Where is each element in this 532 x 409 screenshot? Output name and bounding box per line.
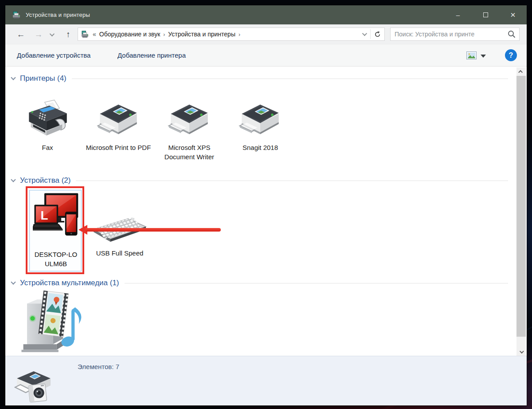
breadcrumb: « Оборудование и звук › Устройства и при… <box>78 28 358 40</box>
recent-locations-button[interactable] <box>47 24 56 44</box>
scroll-up-button[interactable] <box>516 67 526 75</box>
section-rule <box>72 79 508 79</box>
window-title: Устройства и принтеры <box>26 12 90 18</box>
details-pane: Элементов: 7 <box>5 356 527 405</box>
view-dropdown-caret-icon[interactable] <box>481 55 486 58</box>
address-dropdown-button[interactable] <box>358 28 370 40</box>
search-icon[interactable] <box>507 30 516 39</box>
item-label: USB Full Speed <box>86 248 153 258</box>
chevron-down-icon <box>50 31 55 36</box>
forward-icon: → <box>35 30 43 39</box>
collapse-chevron-icon[interactable] <box>11 75 16 80</box>
printer-camera-icon <box>14 366 57 405</box>
devices-printers-app-icon <box>12 11 21 19</box>
up-button[interactable]: ↑ <box>62 24 74 44</box>
section-title: Принтеры (4) <box>20 74 66 83</box>
window-controls: – ✕ <box>444 5 527 24</box>
refresh-icon <box>374 31 381 38</box>
printer-icon <box>167 99 211 137</box>
minimize-icon: – <box>456 11 460 19</box>
items-count-label: Элементов: 7 <box>78 363 119 370</box>
chevron-down-icon <box>520 349 524 354</box>
back-icon: ← <box>17 30 25 39</box>
question-mark-icon: ? <box>509 51 513 59</box>
collapse-chevron-icon[interactable] <box>11 279 16 284</box>
section-rule <box>76 181 508 181</box>
search-input[interactable] <box>391 31 507 38</box>
chevron-down-icon <box>362 31 367 36</box>
add-printer-button[interactable]: Добавление принтера <box>117 44 186 67</box>
forward-button[interactable]: → <box>32 24 45 44</box>
annotation-arrow <box>78 225 222 235</box>
section-header-devices[interactable]: Устройства (2) <box>12 175 508 186</box>
back-button[interactable]: ← <box>14 24 27 44</box>
section-title: Устройства мультимедиа (1) <box>20 279 119 287</box>
section-header-printers[interactable]: Принтеры (4) <box>12 73 508 84</box>
item-label: Snagit 2018 <box>225 143 296 152</box>
refresh-button[interactable] <box>371 28 384 40</box>
help-button[interactable]: ? <box>505 49 517 61</box>
vertical-scrollbar[interactable] <box>516 67 526 356</box>
close-button[interactable]: ✕ <box>499 5 527 24</box>
section-rule <box>125 283 508 283</box>
maximize-icon <box>483 12 488 17</box>
scroll-down-button[interactable] <box>516 348 526 356</box>
breadcrumb-item-hardware-sound[interactable]: Оборудование и звук <box>99 31 160 38</box>
breadcrumb-overflow-chevrons[interactable]: « <box>93 31 96 38</box>
maximize-button[interactable] <box>472 5 499 24</box>
devices-and-printers-window: Устройства и принтеры – ✕ ← → ↑ « Оборуд… <box>5 5 527 405</box>
close-icon: ✕ <box>510 11 516 19</box>
navigation-bar: ← → ↑ « Оборудование и звук › Устройства… <box>5 24 527 44</box>
item-label: Fax <box>12 143 83 152</box>
printer-item-snagit[interactable]: Snagit 2018 <box>225 95 296 171</box>
scrollbar-thumb[interactable] <box>516 76 526 337</box>
printer-item-print-to-pdf[interactable]: Microsoft Print to PDF <box>83 95 154 171</box>
add-device-button[interactable]: Добавление устройства <box>17 44 90 67</box>
multimedia-device-item[interactable] <box>17 290 83 354</box>
devices-printers-location-icon <box>81 31 90 38</box>
item-label: Microsoft Print to PDF <box>83 143 154 152</box>
section-title: Устройства (2) <box>20 176 70 185</box>
titlebar[interactable]: Устройства и принтеры – ✕ <box>5 5 527 24</box>
items-view: Принтеры (4) Fax Microsoft Print to PDF … <box>5 67 527 356</box>
section-header-multimedia[interactable]: Устройства мультимедиа (1) <box>12 277 508 289</box>
breadcrumb-separator-icon[interactable]: › <box>163 31 165 38</box>
command-toolbar: Добавление устройства Добавление принтер… <box>5 44 527 67</box>
arrow-shaft <box>85 228 221 232</box>
item-label: Microsoft XPS Document Writer <box>154 143 225 161</box>
printer-item-xps-writer[interactable]: Microsoft XPS Document Writer <box>154 95 225 171</box>
printer-icon <box>238 99 282 137</box>
printer-icon <box>96 99 141 137</box>
device-item-usb-full-speed[interactable]: USB Full Speed <box>86 196 153 274</box>
media-server-icon <box>17 290 82 354</box>
breadcrumb-separator-icon[interactable]: › <box>239 31 240 38</box>
up-icon: ↑ <box>66 30 70 39</box>
fax-machine-icon <box>25 98 70 138</box>
collapse-chevron-icon[interactable] <box>11 177 16 182</box>
minimize-button[interactable]: – <box>444 5 472 24</box>
printer-item-fax[interactable]: Fax <box>12 95 83 171</box>
address-bar[interactable]: « Оборудование и звук › Устройства и при… <box>78 28 385 41</box>
search-box <box>390 28 520 41</box>
chevron-up-icon <box>518 70 523 74</box>
annotation-highlight-box <box>26 186 84 274</box>
change-view-button[interactable] <box>466 51 477 59</box>
breadcrumb-item-devices-printers[interactable]: Устройства и принтеры <box>168 31 235 38</box>
